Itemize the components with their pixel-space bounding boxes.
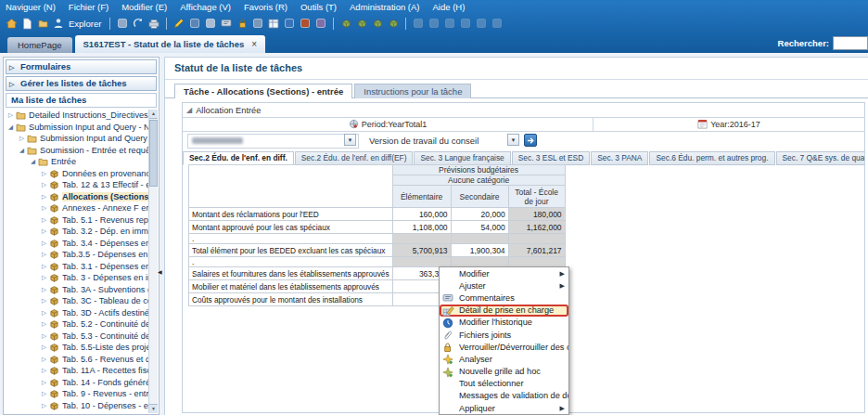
process-3-icon[interactable] <box>371 17 384 30</box>
menu-item-messages-de-validation-de-donn-es[interactable]: Messages de validation de données <box>440 390 568 402</box>
menu-item-tout-s-lectionner[interactable]: Tout sélectionner <box>440 378 568 390</box>
tree-item[interactable]: ◢Soumission - Entrée et requête <box>5 145 148 157</box>
menu-item-naviguer[interactable]: Naviguer (N) <box>6 1 56 13</box>
tree-item[interactable]: ▷Tab. 5.2 - Continuité des comptes <box>5 318 148 331</box>
sheet-tab[interactable]: Sec. 7 Q&E sys. de qualification <box>776 151 864 165</box>
panel-collapse-handle[interactable]: ◀ <box>158 268 162 275</box>
expand-icon[interactable]: ▷ <box>40 344 48 351</box>
new-document-icon[interactable] <box>20 17 33 30</box>
expand-icon[interactable]: ▷ <box>40 402 48 409</box>
menu-item-nouvelle-grille-ad-hoc[interactable]: Nouvelle grille ad hoc <box>440 366 568 378</box>
tree-item[interactable]: ▷Tab. 9 - Revenus - entrée <box>5 388 148 400</box>
menu-item-aide[interactable]: Aide (H) <box>433 1 466 13</box>
entity-selector[interactable] <box>187 134 359 149</box>
comment-cell-icon[interactable] <box>220 17 233 30</box>
collapse-icon[interactable]: ◢ <box>6 123 15 131</box>
disabled-1-icon[interactable] <box>412 17 425 30</box>
tree-item[interactable]: ▷Tab. 3 - Dépenses en immobilisatio <box>5 272 148 284</box>
expand-icon[interactable]: ▷ <box>40 216 48 224</box>
disabled-2-icon[interactable] <box>428 17 440 30</box>
print-icon[interactable] <box>147 17 160 30</box>
expand-icon[interactable]: ▷ <box>40 204 48 212</box>
home-icon[interactable] <box>5 17 18 30</box>
tree-item[interactable]: ▷Tab. 3.1 - Dépenses en immobilisat <box>5 261 148 273</box>
pov-period[interactable]: Period:YearTotal1 <box>183 118 594 131</box>
tab-tasklist-status[interactable]: S1617EST - Statut de la liste de tâches … <box>75 35 266 53</box>
menu-item-verrouiller-d-verrouiller-des-cellules[interactable]: Verrouiller/Déverrouiller des cellules <box>440 341 568 353</box>
grid-cell[interactable]: 1,900,304 <box>451 244 508 257</box>
tree-item[interactable]: ▷Tab. 3.4 - Dépenses en immobilisat <box>5 238 148 250</box>
cell-info-icon[interactable] <box>283 17 296 30</box>
close-tab-icon[interactable]: × <box>251 39 257 49</box>
menu-item-affichage[interactable]: Affichage (V) <box>180 1 231 13</box>
expand-icon[interactable]: ▷ <box>40 390 48 397</box>
tree-item[interactable]: ▷Données en provenance des écoles <box>5 168 148 180</box>
menu-item-modifier[interactable]: Modifier▶ <box>440 267 568 279</box>
menu-item-fichiers-joints[interactable]: Fichiers joints <box>440 329 568 341</box>
menu-item-ajuster[interactable]: Ajuster▶ <box>440 279 568 292</box>
menu-item-appliquer[interactable]: Appliquer▶ <box>440 402 568 414</box>
process-4-icon[interactable] <box>387 17 400 30</box>
entity-dropdown-icon[interactable]: ▼ <box>344 134 356 146</box>
sheet-tab[interactable]: Sec.2 Édu. de l'enf. en diff(EF) <box>295 151 414 165</box>
disabled-3-icon[interactable] <box>443 17 456 30</box>
expand-icon[interactable]: ▷ <box>40 251 48 258</box>
move-block-icon[interactable] <box>188 17 201 30</box>
tree-item[interactable]: ▷Tab.3.5 - Dépenses en immobilisati <box>5 249 148 261</box>
disabled-4-icon[interactable] <box>459 17 472 30</box>
expand-icon[interactable]: ▷ <box>9 61 14 74</box>
menu-item-outils[interactable]: Outils (T) <box>300 1 337 13</box>
edit-pencil-icon[interactable] <box>172 17 185 30</box>
accordion-gerer-listes[interactable]: ▷Gérer les listes de tâches <box>6 76 157 91</box>
collapse-triangle-icon[interactable]: ◢ <box>186 106 192 114</box>
sidebar-scrollbar[interactable]: ▲ ▼ <box>148 110 158 413</box>
tree-item[interactable]: ▷Tab. 3A - Subventions d'immobilisa <box>5 284 148 296</box>
tree-item[interactable]: ▷Allocations (Sections) - entrée <box>5 191 148 203</box>
sheet-tab[interactable]: Sec. 3 PANA <box>591 151 648 165</box>
tree-item[interactable]: ▷Tab. 14 - Fonds générés par les éc <box>5 377 148 389</box>
menu-item-commentaires[interactable]: Commentaires <box>440 292 568 304</box>
expand-icon[interactable]: ▷ <box>40 297 48 305</box>
expand-icon[interactable]: ▷ <box>40 356 48 363</box>
refresh-icon[interactable] <box>132 17 145 30</box>
scrollbar-thumb[interactable] <box>149 120 158 187</box>
expand-icon[interactable]: ▷ <box>40 181 48 188</box>
scroll-up-icon[interactable]: ▲ <box>149 110 158 119</box>
menu-item-fichier[interactable]: Fichier (F) <box>69 1 108 13</box>
bookmark-icon[interactable] <box>116 17 129 30</box>
tree-item[interactable]: ▷Submission Input and Query <box>5 133 148 145</box>
move-block-disabled-icon[interactable] <box>204 17 217 30</box>
collapse-icon[interactable]: ◢ <box>18 147 26 154</box>
tree-item[interactable]: ▷Tab. 5.3 - Continuité des apports e <box>5 331 148 343</box>
tab-homepage[interactable]: HomePage <box>7 37 72 53</box>
expand-icon[interactable]: ▷ <box>40 274 48 281</box>
menu-item-modifier-l-historique[interactable]: Modifier l'historique <box>440 317 568 329</box>
tree-item[interactable]: ▷Tab. 12 & 13 Effectif - entrée <box>5 179 148 191</box>
grid-cell[interactable]: 20,000 <box>451 208 508 221</box>
tab-task-allocations[interactable]: Tâche - Allocations (Sections) - entrée <box>174 84 352 98</box>
tree-item[interactable]: ▷Tab. 5.6 - Revenus et déficits des t <box>5 354 148 366</box>
process-1-icon[interactable] <box>339 17 352 30</box>
expand-icon[interactable]: ▷ <box>40 309 48 317</box>
tree-item[interactable]: ▷Tab. 3C - Tableau de continuité po <box>5 295 148 307</box>
menu-item-modifier[interactable]: Modifier (E) <box>121 1 167 13</box>
grid-cell[interactable]: 160,000 <box>392 208 451 221</box>
menu-item-analyser[interactable]: Analyser <box>440 353 568 365</box>
sheet-tab[interactable]: Sec.2 Édu. de l'enf. en diff. <box>183 151 294 165</box>
open-folder-icon[interactable] <box>36 17 49 30</box>
tree-item[interactable]: ◢Entrée <box>5 156 148 168</box>
sort-levels-icon[interactable] <box>251 17 264 30</box>
expand-icon[interactable]: ▷ <box>40 367 48 374</box>
validate-map-icon[interactable] <box>267 17 280 30</box>
tab-task-instructions[interactable]: Instructions pour la tâche <box>354 84 471 98</box>
tree-item[interactable]: ▷Tab. 5.1 - Revenus reportés - Entré <box>5 214 148 227</box>
expand-icon[interactable]: ▷ <box>40 170 48 177</box>
form-section-header[interactable]: ◢ Allocation Entrée <box>183 103 864 117</box>
menu-item-administration[interactable]: Administration (A) <box>350 1 420 13</box>
menu-item-favoris[interactable]: Favoris (R) <box>244 1 287 13</box>
grid-cell[interactable]: 54,000 <box>451 221 508 234</box>
data-table-icon[interactable] <box>314 17 327 30</box>
sheet-tab[interactable]: Sec.6 Édu. perm. et autres prog. <box>649 151 774 165</box>
tree-item[interactable]: ◢Submission Input and Query - Non-FS_Sou… <box>5 122 148 134</box>
find-data-icon[interactable] <box>299 17 312 30</box>
